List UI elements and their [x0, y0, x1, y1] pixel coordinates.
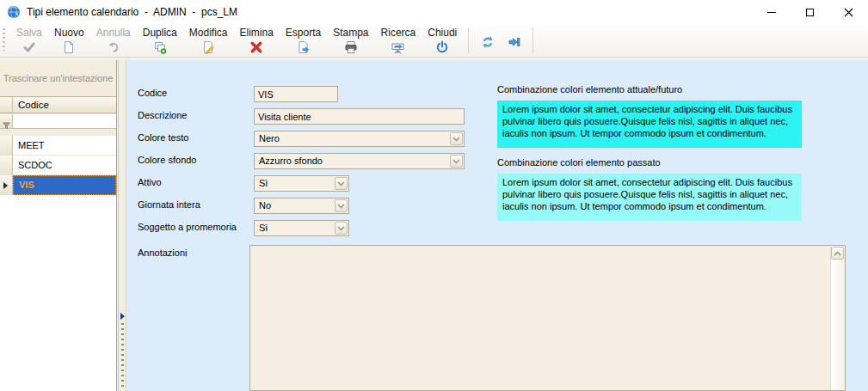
soggetto-promemoria-label: Soggetto a promemoria — [138, 222, 237, 232]
annotazioni-scrollbar[interactable] — [830, 246, 845, 390]
colore-sfondo-dropdown[interactable]: Azzurro sfondo — [254, 153, 465, 169]
codice-input[interactable] — [254, 86, 338, 102]
row-selector-cell — [0, 156, 13, 175]
scroll-up-button[interactable] — [831, 247, 844, 260]
splitter-grip-dots — [121, 323, 124, 389]
giornata-intera-dropdown[interactable]: No — [254, 198, 349, 214]
save-button[interactable]: Salva — [10, 24, 48, 54]
duplicate-icon — [153, 40, 167, 54]
delete-button-label: Elimina — [239, 27, 273, 40]
past-combination-preview: Lorem ipsum dolor sit amet, consectetur … — [497, 174, 802, 221]
filter-input-cell[interactable] — [13, 114, 116, 128]
soggetto-promemoria-dropdown[interactable]: Sì — [254, 220, 349, 236]
export-button[interactable]: Esporta — [280, 24, 327, 54]
edit-button-label: Modifica — [189, 27, 228, 40]
colore-sfondo-dropdown-button[interactable] — [450, 155, 463, 168]
minimize-icon — [767, 12, 776, 13]
giornata-intera-value: No — [259, 200, 271, 211]
print-icon — [344, 40, 358, 54]
grid-filter-row — [0, 114, 116, 129]
attivo-value: Sì — [259, 178, 268, 188]
print-button-label: Stampa — [333, 27, 368, 40]
grid-header-row: Codice — [0, 96, 116, 113]
codice-label: Codice — [138, 88, 167, 98]
row-selector-cell — [0, 136, 13, 156]
filter-funnel-icon — [3, 118, 10, 133]
undo-icon — [107, 40, 120, 54]
chevron-down-icon — [337, 181, 345, 186]
chevron-down-icon — [452, 159, 460, 164]
annotazioni-label: Annotazioni — [138, 247, 188, 258]
splitter-collapse-icon[interactable] — [120, 313, 125, 320]
undo-button-label: Annulla — [96, 27, 131, 40]
header-selector-cell — [0, 97, 13, 113]
search-button-label: Ricerca — [381, 27, 416, 40]
refresh-button[interactable] — [474, 34, 502, 54]
new-document-icon — [62, 40, 76, 54]
new-button[interactable]: Nuovo — [48, 24, 90, 54]
minimize-button[interactable] — [752, 0, 791, 24]
toolbar: Salva Nuovo Annulla Duplica — [0, 24, 868, 58]
column-header-codice[interactable]: Codice — [13, 97, 116, 113]
export-icon — [297, 40, 311, 54]
maximize-button[interactable] — [791, 0, 829, 24]
window-title: Tipi elemento calendario - ADMIN - pcs_L… — [27, 6, 237, 18]
close-button[interactable] — [829, 0, 868, 24]
attivo-dropdown-button[interactable] — [335, 177, 348, 190]
toolbar-grip-handle[interactable] — [3, 28, 5, 51]
group-by-hint: Trascinare un'intestazione — [0, 64, 116, 92]
delete-button[interactable]: Elimina — [233, 24, 279, 54]
attivo-dropdown[interactable]: Sì — [254, 175, 349, 192]
annotazioni-textarea[interactable] — [249, 245, 846, 391]
colore-sfondo-label: Colore sfondo — [138, 155, 197, 165]
delete-x-icon — [249, 40, 263, 54]
close-form-button-label: Chiudi — [428, 27, 457, 40]
giornata-intera-dropdown-button[interactable] — [335, 199, 348, 212]
past-combination-label: Combinazione colori elemento passato — [497, 157, 661, 168]
panel-splitter[interactable] — [118, 60, 126, 391]
content-area: Trascinare un'intestazione Codice MEET — [0, 58, 868, 391]
filter-selector-cell[interactable] — [0, 114, 13, 128]
go-to-last-icon — [508, 35, 521, 49]
giornata-intera-label: Giornata intera — [138, 199, 200, 210]
row-code: SCDOC — [13, 156, 116, 175]
colore-sfondo-value: Azzurro sfondo — [259, 156, 323, 166]
colore-testo-dropdown-button[interactable] — [450, 132, 463, 145]
edit-pencil-icon — [201, 40, 215, 54]
chevron-down-icon — [337, 204, 345, 209]
globe-icon — [7, 5, 21, 19]
close-icon — [844, 8, 853, 17]
table-row-vis-selected[interactable]: VIS — [0, 175, 116, 195]
toolbar-separator — [532, 27, 533, 53]
print-button[interactable]: Stampa — [327, 24, 374, 54]
table-row-scdoc[interactable]: SCDOC — [0, 156, 116, 175]
chevron-down-icon — [337, 226, 345, 231]
descrizione-input[interactable] — [254, 108, 465, 125]
titlebar: Tipi elemento calendario - ADMIN - pcs_L… — [0, 0, 868, 24]
save-check-icon — [22, 40, 36, 54]
refresh-icon — [480, 35, 496, 49]
export-button-label: Esporta — [286, 27, 321, 40]
row-code: VIS — [13, 175, 116, 195]
colore-testo-dropdown[interactable]: Nero — [254, 131, 465, 147]
current-combination-label: Combinazione colori elemento attuale/fut… — [497, 84, 682, 95]
duplicate-button[interactable]: Duplica — [137, 24, 183, 54]
search-button[interactable]: Ricerca — [375, 24, 422, 54]
table-row-meet[interactable]: MEET — [0, 136, 116, 156]
toolbar-separator — [468, 27, 469, 53]
detail-panel: Codice Descrizione Colore testo Nero Col… — [127, 60, 868, 391]
current-row-arrow-icon — [3, 182, 8, 189]
soggetto-promemoria-dropdown-button[interactable] — [335, 222, 348, 235]
maximize-icon — [806, 9, 814, 16]
colore-testo-label: Colore testo — [138, 132, 188, 143]
soggetto-promemoria-value: Sì — [259, 223, 268, 233]
edit-button[interactable]: Modifica — [183, 24, 234, 54]
undo-button[interactable]: Annulla — [90, 24, 137, 54]
duplicate-button-label: Duplica — [143, 27, 177, 40]
descrizione-label: Descrizione — [138, 110, 187, 120]
go-to-last-button[interactable] — [502, 34, 527, 54]
row-selector-cell — [0, 175, 13, 195]
search-board-icon — [391, 40, 406, 54]
current-combination-preview: Lorem ipsum dolor sit amet, consectetur … — [497, 101, 802, 148]
close-form-button[interactable]: Chiudi — [422, 24, 463, 54]
